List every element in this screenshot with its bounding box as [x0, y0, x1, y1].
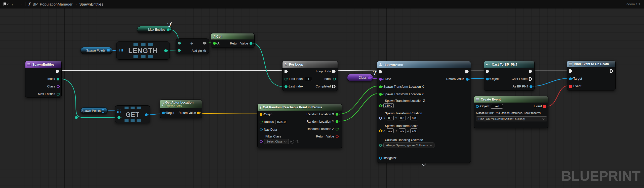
- array-out-pin[interactable]: [107, 49, 110, 52]
- collision-dropdown[interactable]: Always Spawn, Ignore Collisions: [383, 143, 434, 148]
- last-index-pin[interactable]: [285, 85, 287, 88]
- reroute-node[interactable]: [75, 116, 78, 119]
- filter-class-pin[interactable]: [260, 140, 262, 143]
- exec-in-pin[interactable]: [486, 70, 489, 73]
- breadcrumb-blueprint[interactable]: BP_PopulationManager: [33, 2, 72, 6]
- value-out-pin[interactable]: [167, 28, 170, 31]
- value-out-pin[interactable]: [368, 76, 371, 79]
- node-header[interactable]: ƒ Ceil: [211, 33, 254, 39]
- node-header[interactable]: SpawnActor: [377, 61, 471, 68]
- exec-out-pin[interactable]: [529, 70, 532, 73]
- add-pin-button[interactable]: Add pin ⊕: [192, 49, 206, 53]
- event-out-pin[interactable]: [543, 105, 546, 108]
- search-icon[interactable]: [296, 140, 299, 143]
- return-value-pin[interactable]: [336, 135, 338, 138]
- element-out-pin[interactable]: [145, 113, 148, 116]
- back-button[interactable]: ←: [11, 2, 15, 6]
- loc-z-field[interactable]: 150,0: [383, 103, 394, 108]
- a-in-pin[interactable]: [213, 42, 216, 45]
- node-create-event[interactable]: Create Event Object self Event Signature…: [474, 96, 548, 128]
- exec-out-pin[interactable]: [465, 70, 469, 73]
- node-header[interactable]: SpawnEntities: [25, 61, 61, 68]
- scale-y-field[interactable]: 1,0: [399, 128, 406, 133]
- event-binding-dropdown[interactable]: Bind_OnPNJDeath(SelfRef, bIsDog): [476, 116, 547, 121]
- loc-z-pin[interactable]: [379, 104, 382, 107]
- node-spawn-entities[interactable]: SpawnEntities Index Class Max Entities: [25, 61, 62, 98]
- node-get-max-entities[interactable]: Max Entities: [137, 26, 172, 33]
- return-value-pin[interactable]: [250, 42, 252, 45]
- cast-failed-pin[interactable]: [529, 77, 532, 81]
- event-in-pin[interactable]: [569, 85, 572, 88]
- node-get-spawn-points-bottom[interactable]: Spawn Points: [80, 107, 108, 114]
- length-out-pin[interactable]: [164, 49, 167, 52]
- node-ceil[interactable]: ƒ Ceil A Return Value: [211, 33, 255, 48]
- divide-out-pin[interactable]: [203, 42, 206, 44]
- node-get-spawn-points-top[interactable]: Spawn Points: [80, 47, 112, 54]
- origin-pin[interactable]: [260, 113, 262, 116]
- node-for-loop[interactable]: ↻ For Loop Loop Body First Index1 Index …: [282, 61, 338, 91]
- radius-field[interactable]: 1500,0: [275, 120, 287, 124]
- array-out-pin[interactable]: [102, 109, 105, 113]
- node-spawn-actor[interactable]: SpawnActor Class Spawn Transform Locatio…: [377, 61, 471, 163]
- loc-x-pin[interactable]: [379, 85, 382, 88]
- completed-pin[interactable]: [332, 85, 336, 88]
- select-class-dropdown[interactable]: Select Class: [264, 139, 289, 144]
- loc-y-pin[interactable]: [379, 93, 382, 96]
- node-header[interactable]: ↻ For Loop: [283, 61, 338, 68]
- index-out-pin[interactable]: [57, 78, 59, 80]
- bookmark-button[interactable]: [4, 3, 8, 6]
- collision-pin[interactable]: [379, 144, 382, 147]
- divide-in-b-pin[interactable]: [178, 49, 181, 52]
- rotation-z-field[interactable]: 0,0: [410, 116, 417, 120]
- random-y-pin[interactable]: [336, 120, 338, 123]
- forward-button[interactable]: →: [18, 2, 22, 6]
- exec-in-pin[interactable]: [379, 70, 382, 73]
- as-bp-pnj-pin[interactable]: [530, 85, 532, 88]
- scale-z-field[interactable]: 1,0: [410, 128, 417, 133]
- node-get-random-reachable-point[interactable]: ƒ Get Random Reachable Point in Radius O…: [257, 104, 342, 148]
- node-header[interactable]: ▶→ Cast To BP_PNJ: [484, 61, 534, 68]
- object-field[interactable]: self: [491, 104, 503, 109]
- node-header[interactable]: Create Event: [474, 96, 548, 103]
- index-in-pin[interactable]: [117, 116, 120, 119]
- index-out-pin[interactable]: [333, 78, 336, 80]
- first-index-pin[interactable]: [285, 78, 287, 80]
- class-out-pin[interactable]: [57, 85, 59, 88]
- nav-data-pin[interactable]: [260, 128, 262, 131]
- exec-in-pin[interactable]: [569, 69, 572, 73]
- node-array-get[interactable]: GET: [115, 105, 150, 123]
- node-array-length[interactable]: LENGTH: [116, 41, 170, 60]
- node-bind-event-on-death[interactable]: Bind Event to On Death Target Event: [567, 61, 616, 90]
- rotation-y-field[interactable]: 0,0: [399, 116, 406, 120]
- target-in-pin[interactable]: [569, 77, 572, 80]
- scale-x-field[interactable]: 1,0: [387, 128, 394, 133]
- object-in-pin[interactable]: [476, 105, 479, 108]
- array-in-pin[interactable]: [119, 49, 123, 52]
- return-value-pin[interactable]: [466, 78, 469, 81]
- scale-pin[interactable]: [379, 129, 382, 132]
- expand-advanced-button[interactable]: [377, 162, 471, 168]
- exec-out-pin[interactable]: [56, 70, 59, 73]
- rotation-x-field[interactable]: 0,0: [387, 116, 394, 120]
- random-x-pin[interactable]: [336, 113, 338, 116]
- node-divide[interactable]: ÷ Add pin ⊕: [176, 38, 209, 54]
- target-in-pin[interactable]: [162, 112, 165, 114]
- first-index-field[interactable]: 1: [305, 77, 312, 81]
- object-in-pin[interactable]: [486, 78, 489, 80]
- return-value-pin[interactable]: [197, 112, 200, 114]
- loop-body-pin[interactable]: [332, 70, 336, 73]
- node-header[interactable]: ƒ Get Random Reachable Point in Radius: [258, 104, 342, 111]
- exec-out-pin[interactable]: [610, 69, 613, 73]
- exec-in-pin[interactable]: [285, 70, 288, 73]
- array-in-pin[interactable]: [117, 110, 120, 113]
- node-header[interactable]: ƒ Get Actor Location Target is Actor: [160, 100, 202, 108]
- node-cast-to-bp-pnj[interactable]: ▶→ Cast To BP_PNJ Object Cast Failed As …: [484, 61, 535, 91]
- instigator-pin[interactable]: [379, 157, 382, 160]
- node-get-class[interactable]: Class: [347, 74, 373, 81]
- radius-pin[interactable]: [260, 121, 262, 123]
- max-entities-out-pin[interactable]: [57, 93, 59, 96]
- divide-in-a-pin[interactable]: [178, 42, 181, 44]
- breadcrumb-function[interactable]: SpawnEntities: [79, 2, 103, 6]
- random-z-pin[interactable]: [336, 128, 338, 130]
- node-header[interactable]: Bind Event to On Death: [567, 61, 615, 67]
